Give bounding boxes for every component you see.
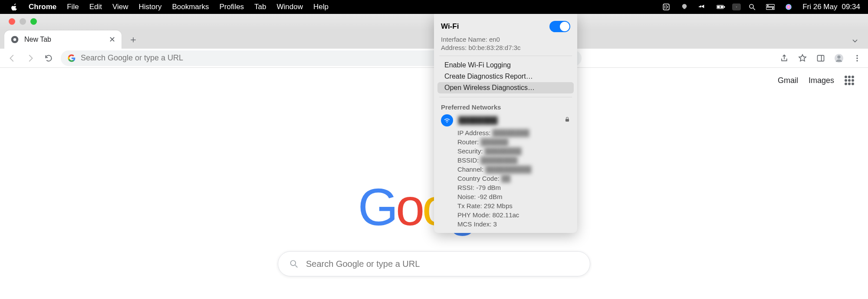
svg-point-20 [291,261,296,266]
wifi-interface-label: Interface Name: [441,36,487,43]
wifi-create-report[interactable]: Create Diagnostics Report… [437,71,574,82]
menubar-left: Chrome File Edit View History Bookmarks … [0,3,329,11]
menu-edit[interactable]: Edit [89,3,102,11]
menu-app-name[interactable]: Chrome [29,3,56,11]
wifi-detail-mcs: MCS Index: 3 [434,219,577,229]
images-link[interactable]: Images [809,76,834,85]
macos-menubar: Chrome File Edit View History Bookmarks … [0,0,868,14]
svg-point-9 [772,8,773,9]
wifi-detail-ip: IP Address: ████████ [434,128,577,137]
svg-line-21 [295,265,297,267]
tab-favicon-icon [10,35,19,44]
menu-history[interactable]: History [138,3,161,11]
browser-tab-active[interactable]: New Tab ✕ [4,30,122,49]
divider [439,56,572,56]
wifi-detail-security: Security: ████████ [434,146,577,156]
wifi-toggle[interactable] [549,21,570,32]
svg-point-18 [856,57,858,59]
new-tab-button[interactable]: ＋ [126,32,141,47]
lock-icon [564,116,570,124]
menubar-app-icon-3[interactable] [698,3,707,10]
wifi-detail-country: Country Code: ██ [434,174,577,183]
forward-button[interactable] [24,52,36,64]
wifi-enable-logging[interactable]: Enable Wi-Fi Logging [437,60,574,71]
share-icon[interactable] [779,53,789,63]
tab-close-button[interactable]: ✕ [109,35,115,44]
menu-window[interactable]: Window [277,3,303,11]
menubar-time: 09:34 [842,3,860,11]
reload-button[interactable] [43,52,55,64]
wifi-detail-phy: PHY Mode: 802.11ac [434,210,577,219]
wifi-detail-rssi: RSSI: -79 dBm [434,183,577,192]
svg-point-17 [856,55,858,56]
menubar-date: Fri 26 May [802,3,837,11]
wifi-title: Wi-Fi [441,22,459,31]
tabs-dropdown-button[interactable] [850,36,860,46]
profile-avatar-icon[interactable] [834,53,844,63]
google-apps-icon[interactable] [845,76,854,85]
window-zoom-button[interactable] [30,18,37,25]
apple-menu-icon[interactable] [10,3,18,11]
siri-icon[interactable] [784,3,793,10]
svg-point-16 [837,55,840,58]
toolbar-right [779,53,862,63]
bookmark-star-icon[interactable] [798,53,807,63]
kebab-menu-icon[interactable] [852,53,862,63]
menubar-right: Fri 26 May 09:34 [662,3,868,11]
svg-rect-22 [566,119,569,122]
svg-point-12 [13,38,16,41]
control-center-icon[interactable] [766,3,775,10]
menu-view[interactable]: View [112,3,128,11]
svg-point-19 [856,60,858,61]
svg-line-5 [753,8,755,10]
wifi-status-icon[interactable] [732,3,741,10]
wifi-open-diagnostics[interactable]: Open Wireless Diagnostics… [437,82,574,93]
svg-rect-0 [663,4,669,10]
tab-title: New Tab [24,36,104,43]
wifi-detail-router: Router: ██████ [434,137,577,146]
google-header-links: Gmail Images [778,76,854,85]
svg-point-10 [786,4,792,10]
wifi-detail-channel: Channel: ██████████ [434,165,577,174]
google-search-input[interactable] [306,259,579,269]
menubar-app-icon-2[interactable] [680,3,689,10]
search-icon [289,259,298,268]
wifi-address-label: Address: [441,44,467,51]
menubar-app-icon-1[interactable] [662,3,671,10]
menubar-clock[interactable]: Fri 26 May 09:34 [802,3,860,11]
svg-rect-3 [724,6,725,8]
wifi-ssid: ████████ [458,116,559,124]
wifi-network-row[interactable]: ████████ [434,113,577,128]
window-close-button[interactable] [9,18,15,25]
back-button[interactable] [6,52,18,64]
menu-help[interactable]: Help [313,3,329,11]
menu-bookmarks[interactable]: Bookmarks [172,3,209,11]
wifi-address-value: b0:be:83:28:d7:3c [468,44,520,51]
svg-point-4 [750,4,753,8]
svg-rect-13 [818,55,824,61]
menu-profiles[interactable]: Profiles [219,3,244,11]
svg-point-7 [767,5,769,6]
google-g-icon [68,54,76,62]
wifi-detail-tx: Tx Rate: 292 Mbps [434,201,577,210]
wifi-dropdown-panel: Wi-Fi Interface Name: en0 Address: b0:be… [434,14,577,233]
window-minimize-button[interactable] [20,18,26,25]
wifi-interface-value: en0 [489,36,500,43]
menu-file[interactable]: File [67,3,79,11]
wifi-panel-header: Wi-Fi [434,19,577,36]
menu-tab[interactable]: Tab [254,3,266,11]
gmail-link[interactable]: Gmail [778,76,798,85]
battery-icon[interactable] [717,3,725,10]
google-search-box[interactable] [278,251,590,276]
divider [439,97,572,97]
wifi-detail-bssid: BSSID: ████████ [434,156,577,165]
wifi-address-row: Address: b0:be:83:28:d7:3c [434,44,577,52]
spotlight-icon[interactable] [748,3,756,10]
wifi-detail-noise: Noise: -92 dBm [434,192,577,201]
sidepanel-icon[interactable] [816,53,825,63]
wifi-interface-row: Interface Name: en0 [434,36,577,44]
traffic-lights [9,18,37,25]
preferred-networks-title: Preferred Networks [434,101,577,113]
wifi-network-icon [441,114,453,126]
